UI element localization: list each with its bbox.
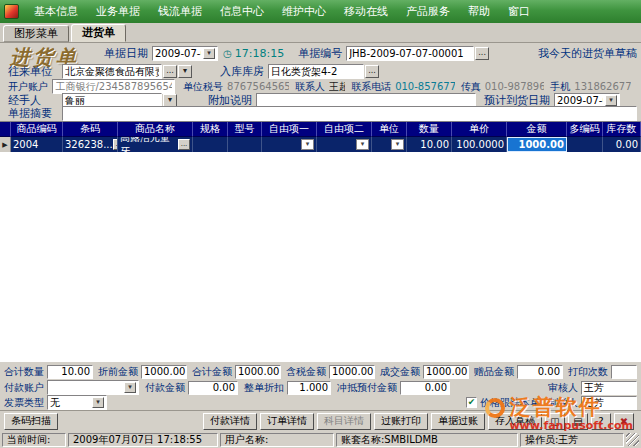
maker-label: 制单人 (548, 396, 578, 410)
contact-label: 联系人 (295, 80, 325, 94)
tab-graphic-menu[interactable]: 图形菜单 (3, 25, 69, 42)
contact-value: 王超 (329, 80, 345, 94)
free-item-2-dropdown-button[interactable]: ▾ (356, 139, 369, 150)
warehouse-label: 入库库房 (220, 64, 264, 79)
print-button[interactable]: ▤ (568, 413, 588, 430)
print-count-label: 打印次数 (568, 365, 608, 379)
menu-item-info-center[interactable]: 信息中心 (211, 1, 273, 22)
cell-barcode[interactable]: 326238... ... (63, 137, 118, 152)
invoice-type-dropdown-icon[interactable]: ▾ (92, 397, 104, 408)
grid-empty-area[interactable] (0, 152, 641, 362)
date-dropdown-icon[interactable]: ▾ (203, 48, 215, 59)
clock-icon: ◷ (223, 48, 232, 59)
discount-field[interactable]: 1.000 (287, 381, 331, 395)
auditor-label: 审核人 (548, 381, 578, 395)
product-name-browse-button[interactable]: ... (178, 139, 190, 150)
supplier-dropdown-button[interactable]: ▾ (178, 65, 192, 78)
subject-detail-button[interactable]: 科目详情 (317, 413, 371, 430)
invoice-type-combo[interactable]: 无 ▾ (47, 395, 107, 410)
cell-amount-editor[interactable]: 1000.00 (507, 137, 567, 152)
bank-account-input[interactable]: 工商银行/234587895654 (52, 79, 175, 94)
price-track-checkbox[interactable]: ✔ 价格跟踪本单 (466, 396, 540, 410)
tax-included-field: 1000.00 (329, 365, 375, 379)
free-item-1-dropdown-button[interactable]: ▾ (301, 139, 314, 150)
bank-account-label: 开户账户 (8, 80, 48, 94)
help-button[interactable]: ? (591, 413, 611, 430)
post-doc-button[interactable]: 单据过账 (431, 413, 485, 430)
menu-item-mobile-online[interactable]: 移动在线 (335, 1, 397, 22)
barcode-scan-button[interactable]: 条码扫描 (4, 413, 58, 430)
col-multi-code: 多编码 (567, 122, 603, 137)
menu-item-basic-info[interactable]: 基本信息 (25, 1, 87, 22)
supplier-browse-button[interactable]: ... (163, 65, 177, 78)
cell-product-code[interactable]: 2004 (11, 137, 63, 152)
total-qty-label: 合计数量 (4, 365, 44, 379)
totals-panel: 合计数量 10.00 折前金额 1000.00 合计金额 1000.00 含税金… (0, 361, 641, 410)
col-product-name: 商品名称 (118, 122, 193, 137)
doc-time: ◷ 17:18:15 (223, 47, 284, 60)
cell-free-item-1[interactable]: ▾ (262, 137, 317, 152)
fax-value: 010-98789679 (485, 81, 545, 92)
gift-amount-field: 0.00 (517, 365, 563, 379)
cell-spec[interactable] (193, 137, 228, 152)
doc-summary-input[interactable] (62, 106, 637, 121)
doc-date-input[interactable]: 2009-07-07 ▾ (152, 46, 218, 61)
warehouse-browse-button[interactable]: ... (365, 65, 379, 78)
cell-model[interactable] (228, 137, 262, 152)
menu-item-product-service[interactable]: 产品服务 (397, 1, 459, 22)
supplier-input[interactable]: 北京金聚德食品有限责任公... (62, 64, 162, 79)
cell-product-name[interactable]: 高露洁儿童牙... ... (118, 137, 193, 152)
pay-account-combo[interactable]: ▾ (47, 380, 139, 395)
gift-amount-label: 赠品金额 (474, 365, 514, 379)
cell-quantity[interactable]: 10.00 (407, 137, 452, 152)
menu-item-business-docs[interactable]: 业务单据 (87, 1, 149, 22)
tab-purchase-order[interactable]: 进货单 (71, 24, 126, 42)
today-drafts-link[interactable]: 我今天的进货单草稿 (538, 46, 637, 61)
expected-date-dropdown-icon[interactable]: ▾ (605, 95, 617, 106)
grid-header-selector (0, 122, 11, 137)
doc-date-label: 单据日期 (104, 46, 148, 61)
doc-no-browse-button[interactable]: ... (475, 47, 489, 60)
cell-multi-code[interactable] (567, 137, 603, 152)
doc-no-input[interactable]: JHB-2009-07-07-00001 (346, 46, 474, 61)
grid-row-selected[interactable]: ▶ 2004 326238... ... 高露洁儿童牙... ... ▾ ▾ (0, 137, 641, 152)
prepaid-offset-field[interactable]: 0.00 (400, 381, 450, 395)
total-amount-field: 1000.00 (235, 365, 281, 379)
exit-button[interactable]: ✖ (614, 413, 634, 430)
cell-unit-price[interactable]: 100.0000 (452, 137, 507, 152)
warehouse-input[interactable]: 日化类货架4-2 (268, 64, 364, 79)
col-barcode: 条码 (63, 122, 118, 137)
col-unit: 单位 (372, 122, 407, 137)
status-time-label: 当前时间: (2, 433, 66, 447)
menu-item-cashflow-docs[interactable]: 钱流单据 (149, 1, 211, 22)
print-count-field (611, 365, 637, 379)
save-draft-button[interactable]: 存入草稿 (488, 413, 542, 430)
pay-account-label: 付款账户 (4, 381, 44, 395)
order-detail-button[interactable]: 订单详情 (260, 413, 314, 430)
pay-amount-label: 付款金额 (145, 381, 185, 395)
row-pointer-icon: ▶ (0, 137, 11, 152)
col-free-item-2: 自由项二 (317, 122, 372, 137)
cell-unit[interactable]: ▾ (372, 137, 407, 152)
mobile-label: 手机 (550, 80, 570, 94)
menu-item-help[interactable]: 帮助 (459, 1, 499, 22)
cell-stock-qty[interactable]: 0.00 (603, 137, 641, 152)
total-qty-field: 10.00 (47, 365, 93, 379)
form-row-contact: 开户账户 工商银行/234587895654 单位税号 876756456543… (4, 79, 637, 94)
auditor-field: 王芳 (581, 381, 637, 395)
status-user-label: 用户名称: (220, 433, 334, 447)
pay-amount-field[interactable]: 0.00 (188, 381, 238, 395)
post-print-button[interactable]: 过账打印 (374, 413, 428, 430)
phone-value: 010-85767739 (395, 81, 455, 92)
pay-detail-button[interactable]: 付款详情 (203, 413, 257, 430)
price-track-checkbox-box[interactable]: ✔ (466, 397, 477, 408)
preview-button[interactable]: ◫ (545, 413, 565, 430)
menu-item-maintenance-center[interactable]: 维护中心 (273, 1, 335, 22)
unit-dropdown-button[interactable]: ▾ (391, 139, 404, 150)
resize-grip[interactable] (626, 433, 639, 446)
totals-row-payment: 付款账户 ▾ 付款金额 0.00 整单折扣 1.000 冲抵预付金额 0.00 … (4, 380, 637, 395)
fax-label: 传真 (461, 80, 481, 94)
pay-account-dropdown-icon[interactable]: ▾ (124, 382, 136, 393)
cell-free-item-2[interactable]: ▾ (317, 137, 372, 152)
menu-item-window[interactable]: 窗口 (499, 1, 539, 22)
